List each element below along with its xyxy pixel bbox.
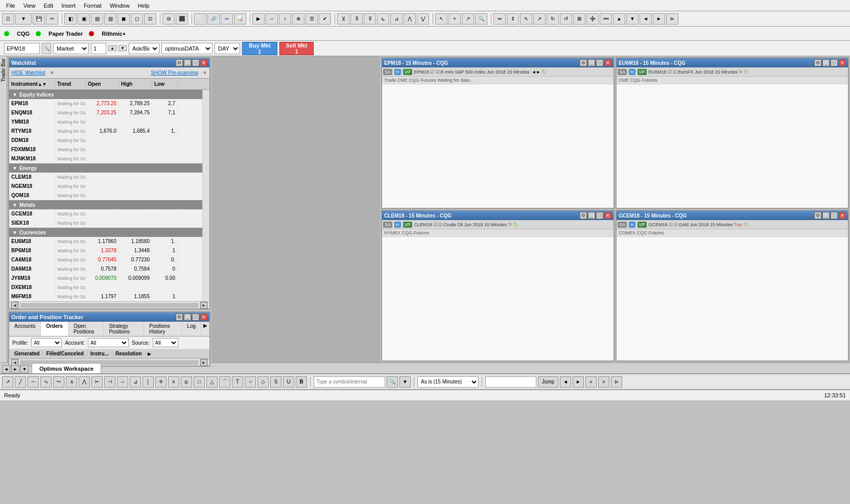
watchlist-close-btn[interactable]: ✕ xyxy=(200,59,207,66)
chart-eu6m18-maximize-btn[interactable]: □ xyxy=(831,59,838,66)
order-minimize-btn[interactable]: _ xyxy=(184,314,191,321)
jump-right-btn[interactable]: » xyxy=(598,376,609,388)
list-item[interactable]: MJNKM18 Waiting for Data... xyxy=(9,154,202,163)
draw-underline-btn[interactable]: U xyxy=(283,376,294,388)
tb-btn29[interactable]: ↗ xyxy=(462,13,474,25)
tb-btn4[interactable]: ▥ xyxy=(104,13,116,25)
tb-btn31[interactable]: ⇔ xyxy=(493,13,506,25)
tb-new[interactable]: 🗋 xyxy=(2,13,14,25)
tb-btn21[interactable]: ⊼ xyxy=(350,13,363,25)
qty-down-btn[interactable]: ▼ xyxy=(119,45,127,51)
draw-cross-btn[interactable]: ✛ xyxy=(155,376,167,388)
draw-arrow-btn[interactable]: ↗ xyxy=(2,376,13,388)
tb-btn19[interactable]: ✔ xyxy=(319,13,331,25)
draw-bold-btn[interactable]: B xyxy=(296,376,307,388)
tb-btn34[interactable]: ⇗ xyxy=(533,13,546,25)
draw-tri-btn[interactable]: △ xyxy=(206,376,218,388)
order-maximize-btn[interactable]: □ xyxy=(192,314,199,321)
list-item[interactable]: EU6M18 Waiting for Data... 1.17960 1.185… xyxy=(9,237,202,246)
symbol-search-btn[interactable]: 🔍 xyxy=(42,43,51,54)
tb-btn44[interactable]: ⊳ xyxy=(666,13,678,25)
tb-btn28[interactable]: + xyxy=(448,13,461,25)
col-high[interactable]: High xyxy=(119,80,152,88)
tb-btn14[interactable]: ▶ xyxy=(252,13,265,25)
chart-epm18-close-btn[interactable]: ✕ xyxy=(604,59,611,66)
account-select[interactable]: optimusDATA xyxy=(161,43,212,54)
account-filter-select[interactable]: All xyxy=(88,338,129,347)
draw-wave-btn[interactable]: 〜 xyxy=(53,376,64,388)
tab-strategy-positions[interactable]: Strategy Positions xyxy=(104,322,144,336)
source-select[interactable]: All xyxy=(153,338,178,347)
tb-btn32[interactable]: ⇕ xyxy=(507,13,519,25)
list-item[interactable]: DDM18 Waiting for Data... xyxy=(9,136,202,145)
draw-vband-btn[interactable]: ⫼ xyxy=(181,376,192,388)
tb-btn36[interactable]: ↺ xyxy=(560,13,572,25)
interval-select[interactable]: As is (15 Minutes) xyxy=(417,376,479,388)
tb-btn37[interactable]: ⊠ xyxy=(573,13,585,25)
chart-eu6m18-settings-btn[interactable]: ⚙ xyxy=(814,59,821,66)
col-trend[interactable]: Trend xyxy=(55,80,86,88)
tab-next-btn[interactable]: ► xyxy=(11,365,19,373)
order-settings-btn[interactable]: ⚙ xyxy=(176,314,183,321)
tb-btn16[interactable]: ↕ xyxy=(279,13,291,25)
tb-btn17[interactable]: ⊕ xyxy=(292,13,304,25)
ask-bid-select[interactable]: Ask/Bid xyxy=(129,43,159,54)
list-item[interactable]: DA6M18 Waiting for Data... 0.7578 0.7584… xyxy=(9,265,202,274)
duration-select[interactable]: DAY GTC xyxy=(215,43,240,54)
chart-gcem18-minimize-btn[interactable]: _ xyxy=(822,212,830,219)
qty-input[interactable] xyxy=(91,43,106,54)
col-low[interactable]: Low xyxy=(152,80,178,88)
tb-btn42[interactable]: ◄ xyxy=(640,13,652,25)
tab-orders[interactable]: Orders xyxy=(41,322,68,336)
tb-btn22[interactable]: ⊽ xyxy=(364,13,376,25)
symbol-dropdown-btn[interactable]: ▼ xyxy=(399,376,411,388)
symbol-input[interactable] xyxy=(4,43,40,54)
menu-help[interactable]: Help xyxy=(134,2,154,10)
sell-market-btn[interactable]: Sell Mkt1 xyxy=(279,42,314,55)
tab-open-positions[interactable]: Open Positions xyxy=(68,322,104,336)
tb-btn38[interactable]: ➕ xyxy=(586,13,599,25)
tab-prev-btn[interactable]: ◄ xyxy=(2,365,10,373)
draw-ellipse-btn[interactable]: ○ xyxy=(245,376,256,388)
list-item[interactable]: CLEM18 Waiting for Data... xyxy=(9,173,202,182)
tb-btn23[interactable]: ⊾ xyxy=(377,13,389,25)
tab-accounts[interactable]: Accounts xyxy=(9,322,41,336)
col-instrument[interactable]: Instrument ▲▼ xyxy=(9,80,55,88)
order-scroll-right-btn[interactable]: ► xyxy=(200,359,207,366)
tb-btn27[interactable]: ↖ xyxy=(435,13,447,25)
tb-btn26[interactable]: ⋁ xyxy=(417,13,429,25)
jump-input[interactable] xyxy=(485,376,536,388)
qty-up-btn[interactable]: ▲ xyxy=(108,45,116,51)
list-item[interactable]: ENQM18 Waiting for Data... 7,203.25 7,28… xyxy=(9,108,202,117)
watchlist-minimize-btn[interactable]: _ xyxy=(184,59,191,66)
jump-next-btn[interactable]: ► xyxy=(573,376,584,388)
profile-select[interactable]: All xyxy=(31,338,62,347)
chart-clem18-close-btn[interactable]: ✕ xyxy=(604,212,611,219)
chart-clem18-minimize-btn[interactable]: _ xyxy=(588,212,595,219)
chart-epm18-settings-btn[interactable]: ⚙ xyxy=(580,59,587,66)
menu-insert[interactable]: Insert xyxy=(57,2,80,10)
list-item[interactable]: JY6M18 Waiting for Data... 0.009070 0.00… xyxy=(9,274,202,283)
draw-ruler-btn[interactable]: ⊢ xyxy=(91,376,103,388)
draw-text-btn[interactable]: T xyxy=(232,376,243,388)
jump-end-btn[interactable]: ⊳ xyxy=(611,376,622,388)
draw-s-btn[interactable]: S xyxy=(270,376,281,388)
list-item[interactable]: M6FM18 Waiting for Data... 1.1797 1.1855… xyxy=(9,292,202,301)
draw-multiline-btn[interactable]: ⋀ xyxy=(79,376,90,388)
tb-cut[interactable]: ✂ xyxy=(46,13,58,25)
tb-btn8[interactable]: ⧉ xyxy=(162,13,175,25)
list-item[interactable]: GCEM18 Waiting for Data... xyxy=(9,209,202,219)
tb-btn3[interactable]: ▤ xyxy=(91,13,103,25)
tb-btn24[interactable]: ⊿ xyxy=(390,13,403,25)
draw-curve-btn[interactable]: ∿ xyxy=(40,376,52,388)
chart-clem18-settings-btn[interactable]: ⚙ xyxy=(580,212,587,219)
chart-gcem18-close-btn[interactable]: ✕ xyxy=(839,212,846,219)
workspace-tab[interactable]: Optimus Workspace xyxy=(32,363,101,373)
jump-left-btn[interactable]: « xyxy=(585,376,597,388)
list-item[interactable]: BP6M18 Waiting for Data... 1.3378 1.3448… xyxy=(9,246,202,255)
tb-btn20[interactable]: ⊻ xyxy=(337,13,349,25)
tb-btn41[interactable]: ▼ xyxy=(626,13,639,25)
jump-prev-btn[interactable]: ◄ xyxy=(560,376,571,388)
draw-diamond-btn[interactable]: ◇ xyxy=(257,376,269,388)
scroll-left-btn[interactable]: ◄ xyxy=(11,302,18,309)
